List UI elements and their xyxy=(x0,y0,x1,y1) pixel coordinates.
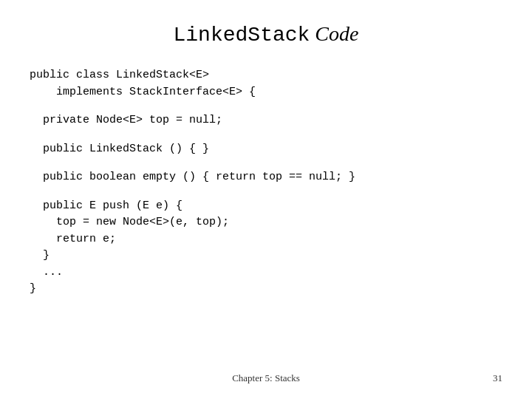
title-code-part: Code xyxy=(310,22,358,45)
code-line-10: public E push (E e) { xyxy=(30,198,502,215)
code-line-14: ... xyxy=(30,265,502,282)
slide-footer: Chapter 5: Stacks 31 xyxy=(0,372,532,384)
code-line-2: implements StackInterface<E> { xyxy=(30,84,502,101)
code-line-15: } xyxy=(30,281,502,298)
constructor: public LinkedStack () { } xyxy=(30,141,502,158)
empty-method: public boolean empty () { return top == … xyxy=(30,169,502,186)
code-line-8: public boolean empty () { return top == … xyxy=(30,169,502,186)
push-method: public E push (E e) { top = new Node<E>(… xyxy=(30,198,502,298)
footer-page-number: 31 xyxy=(493,372,502,384)
field-declaration: private Node<E> top = null; xyxy=(30,112,502,129)
code-block: public class LinkedStack<E> implements S… xyxy=(30,67,502,298)
footer-chapter: Chapter 5: Stacks xyxy=(0,372,532,384)
title-linked-part: LinkedStack xyxy=(174,24,310,47)
code-line-4: private Node<E> top = null; xyxy=(30,112,502,129)
class-declaration: public class LinkedStack<E> implements S… xyxy=(30,67,502,100)
code-line-13: } xyxy=(30,248,502,265)
code-line-12: return e; xyxy=(30,231,502,248)
slide-title: LinkedStack Code xyxy=(30,22,502,47)
code-line-1: public class LinkedStack<E> xyxy=(30,67,502,84)
code-line-11: top = new Node<E>(e, top); xyxy=(30,214,502,231)
slide: LinkedStack Code public class LinkedStac… xyxy=(0,0,532,399)
code-line-6: public LinkedStack () { } xyxy=(30,141,502,158)
